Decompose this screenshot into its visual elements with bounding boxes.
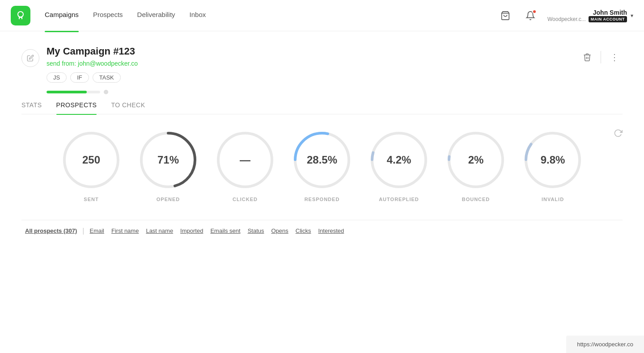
- delete-campaign-button[interactable]: [579, 49, 595, 65]
- app-logo[interactable]: [11, 6, 30, 25]
- stat-autoreplied-circle: 4.2%: [368, 129, 430, 191]
- filter-interested[interactable]: Interested: [314, 226, 347, 236]
- edit-icon: [27, 55, 34, 62]
- stat-autoreplied: 4.2% AUTOREPLIED: [368, 129, 430, 202]
- header-right: John Smith Woodpecker.c... MAIN ACCOUNT …: [497, 8, 633, 24]
- stat-responded-label: RESPONDED: [305, 197, 340, 202]
- more-options-button[interactable]: ⋮: [606, 49, 623, 65]
- user-text: John Smith Woodpecker.c... MAIN ACCOUNT: [547, 9, 627, 22]
- stat-sent: 250 SENT: [60, 129, 123, 202]
- logo-icon: [15, 10, 26, 21]
- chevron-down-icon: ▾: [631, 13, 633, 19]
- progress-dot: [104, 90, 108, 94]
- stat-invalid-value: 9.8%: [541, 154, 565, 166]
- stat-sent-label: SENT: [84, 197, 98, 202]
- main-nav: Campaigns Prospects Deliverability Inbox: [45, 11, 206, 20]
- filter-imported[interactable]: Imported: [177, 226, 207, 236]
- stat-clicked-value: —: [240, 154, 250, 166]
- stat-bounced-circle: 2%: [445, 129, 507, 191]
- edit-campaign-button[interactable]: [21, 49, 39, 67]
- campaign-actions: ⋮: [579, 49, 623, 65]
- stat-clicked-label: CLICKED: [233, 197, 258, 202]
- user-account: Woodpecker.c... MAIN ACCOUNT: [547, 16, 627, 22]
- notification-icon-button[interactable]: [522, 8, 538, 24]
- campaign-header: My Campaign #123 send from: john@woodpec…: [21, 46, 623, 94]
- stat-clicked-circle: —: [214, 129, 276, 191]
- campaign-title: My Campaign #123: [47, 46, 138, 57]
- tab-prospects[interactable]: PROSPECTS: [56, 101, 97, 114]
- stat-clicked: — CLICKED: [214, 129, 276, 202]
- stat-opened-label: OPENED: [157, 197, 180, 202]
- notification-badge: [532, 9, 537, 14]
- stat-sent-value: 250: [82, 154, 100, 166]
- actions-divider: [601, 51, 601, 63]
- stats-row: 250 SENT 71% OPENED: [21, 129, 623, 202]
- stat-opened-value: 71%: [157, 154, 179, 166]
- campaign-email-address: john@woodpecker.co: [78, 60, 138, 67]
- stat-invalid: 9.8% INVALID: [521, 129, 584, 202]
- stat-autoreplied-label: AUTOREPLIED: [379, 197, 419, 202]
- campaign-left: My Campaign #123 send from: john@woodpec…: [21, 46, 138, 94]
- nav-prospects[interactable]: Prospects: [93, 11, 123, 20]
- shop-icon: [500, 11, 510, 21]
- filter-row: All prospects (307) | Email First name L…: [21, 220, 623, 241]
- stat-opened: 71% OPENED: [137, 129, 199, 202]
- main-account-badge: MAIN ACCOUNT: [589, 16, 627, 22]
- campaign-tabs: STATS PROSPECTS TO CHECK: [21, 101, 623, 114]
- filter-opens[interactable]: Opens: [267, 226, 292, 236]
- main-content: My Campaign #123 send from: john@woodpec…: [0, 31, 644, 256]
- stat-responded: 28.5% RESPONDED: [291, 129, 353, 202]
- filter-emails-sent[interactable]: Emails sent: [207, 226, 244, 236]
- filter-separator: |: [80, 227, 86, 235]
- stat-opened-circle: 71%: [137, 129, 199, 191]
- filter-status[interactable]: Status: [244, 226, 268, 236]
- progress-bar-track: [47, 91, 100, 93]
- filter-clicks[interactable]: Clicks: [292, 226, 315, 236]
- user-name: John Smith: [547, 9, 627, 16]
- stat-responded-value: 28.5%: [307, 154, 337, 166]
- tag-task: TASK: [93, 72, 121, 83]
- progress-bar-fill: [47, 91, 87, 93]
- filter-first-name[interactable]: First name: [108, 226, 142, 236]
- filter-all-prospects[interactable]: All prospects (307): [21, 226, 80, 236]
- tab-stats[interactable]: STATS: [21, 101, 42, 114]
- campaign-progress: [47, 90, 138, 94]
- shop-icon-button[interactable]: [497, 8, 513, 24]
- stat-invalid-circle: 9.8%: [521, 129, 584, 191]
- stats-section: 250 SENT 71% OPENED: [21, 129, 623, 202]
- tag-if: IF: [70, 72, 89, 83]
- user-menu[interactable]: John Smith Woodpecker.c... MAIN ACCOUNT …: [547, 9, 633, 22]
- stat-bounced: 2% BOUNCED: [445, 129, 507, 202]
- stat-bounced-value: 2%: [468, 154, 484, 166]
- header: Campaigns Prospects Deliverability Inbox…: [0, 0, 644, 31]
- filter-email[interactable]: Email: [86, 226, 108, 236]
- filter-last-name[interactable]: Last name: [142, 226, 177, 236]
- stat-responded-circle: 28.5%: [291, 129, 353, 191]
- stat-autoreplied-value: 4.2%: [387, 154, 411, 166]
- trash-icon: [583, 53, 592, 62]
- stat-invalid-label: INVALID: [542, 197, 564, 202]
- tab-to-check[interactable]: TO CHECK: [111, 101, 145, 114]
- campaign-send-from: send from: john@woodpecker.co: [47, 60, 138, 67]
- stat-bounced-label: BOUNCED: [462, 197, 490, 202]
- nav-inbox[interactable]: Inbox: [190, 11, 206, 20]
- refresh-icon: [614, 129, 623, 138]
- refresh-button[interactable]: [614, 129, 623, 140]
- campaign-info: My Campaign #123 send from: john@woodpec…: [47, 46, 138, 94]
- stat-sent-circle: 250: [60, 129, 123, 191]
- nav-deliverability[interactable]: Deliverability: [137, 11, 175, 20]
- campaign-tags: JS IF TASK: [47, 72, 138, 83]
- nav-campaigns[interactable]: Campaigns: [45, 11, 79, 20]
- tag-js: JS: [47, 72, 67, 83]
